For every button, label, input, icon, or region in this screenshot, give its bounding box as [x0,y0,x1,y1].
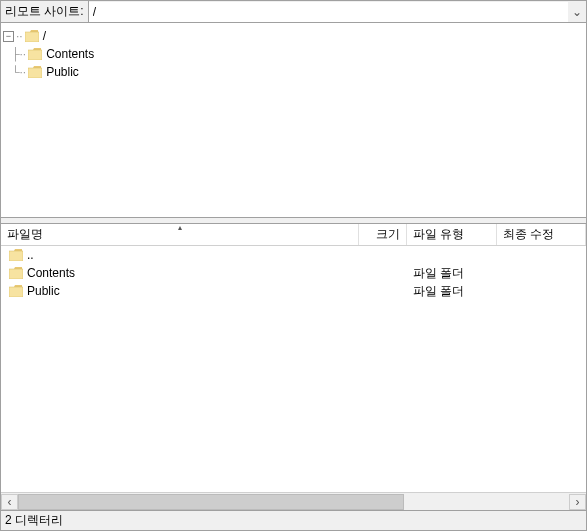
folder-icon [25,30,39,42]
column-header-type[interactable]: 파일 유형 [407,224,497,245]
scrollbar-track[interactable] [18,494,569,510]
chevron-down-icon: ⌄ [572,5,582,19]
scrollbar-thumb[interactable] [18,494,404,510]
list-item[interactable]: Contents 파일 폴더 [1,264,586,282]
tree-child-node[interactable]: └·· Public [3,63,584,81]
folder-icon [28,66,42,78]
chevron-right-icon: › [576,495,580,509]
tree-child-label: Public [46,65,79,79]
column-header-name[interactable]: 파일명 ▴ [1,224,359,245]
list-item-name: Contents [27,266,75,280]
sort-ascending-icon: ▴ [178,224,182,232]
folder-icon [28,48,42,60]
list-item-name: Public [27,284,60,298]
tree-root-node[interactable]: − ·· / [3,27,584,45]
column-header-size[interactable]: 크기 [359,224,407,245]
tree-child-label: Contents [46,47,94,61]
tree-connector-icon: └·· [11,65,26,79]
scroll-right-button[interactable]: › [569,494,586,510]
remote-path-label: 리모트 사이트: [1,1,89,22]
tree-connector-icon: ├·· [11,47,26,61]
status-text: 2 디렉터리 [5,512,63,529]
list-item[interactable]: Public 파일 폴더 [1,282,586,300]
list-item-name: .. [27,248,34,262]
tree-collapse-icon[interactable]: − [3,31,14,42]
folder-icon [9,267,23,279]
tree-root-label: / [43,29,46,43]
remote-path-input[interactable] [89,2,568,22]
horizontal-scrollbar[interactable]: ‹ › [1,492,586,510]
column-header-modified[interactable]: 최종 수정 [497,224,586,245]
folder-up-icon [9,249,23,261]
list-item-parent[interactable]: .. [1,246,586,264]
list-item-type: 파일 폴더 [407,265,497,282]
remote-file-list-pane: 파일명 ▴ 크기 파일 유형 최종 수정 .. [1,224,586,510]
remote-path-bar: 리모트 사이트: ⌄ [1,1,586,23]
remote-tree-pane[interactable]: − ·· / ├·· Contents └·· Public [1,23,586,218]
tree-child-node[interactable]: ├·· Contents [3,45,584,63]
file-list-header: 파일명 ▴ 크기 파일 유형 최종 수정 [1,224,586,246]
file-list-body[interactable]: .. Contents 파일 폴더 Public [1,246,586,492]
tree-connector-icon: ·· [16,29,23,43]
remote-path-input-wrap [89,2,568,22]
folder-icon [9,285,23,297]
remote-path-dropdown-button[interactable]: ⌄ [568,5,586,19]
scroll-left-button[interactable]: ‹ [1,494,18,510]
status-bar: 2 디렉터리 [1,510,586,530]
chevron-left-icon: ‹ [8,495,12,509]
list-item-type: 파일 폴더 [407,283,497,300]
